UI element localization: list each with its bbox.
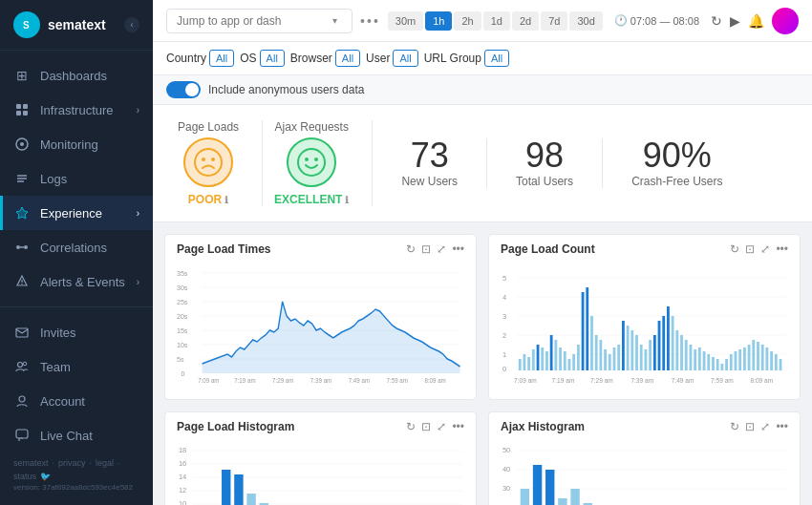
svg-point-28	[298, 149, 325, 176]
time-btn-2d[interactable]: 2d	[512, 11, 539, 31]
sidebar-item-alerts[interactable]: Alerts & Events ›	[0, 264, 153, 299]
filter-browser-all[interactable]: All	[335, 50, 360, 67]
time-btn-1d[interactable]: 1d	[483, 11, 510, 31]
footer-link-status[interactable]: status	[13, 472, 36, 481]
more-chart-1[interactable]: •••	[452, 242, 464, 256]
svg-rect-79	[582, 292, 585, 370]
sidebar-item-invites[interactable]: Invites	[0, 315, 153, 349]
fullscreen-chart-2[interactable]: ⤢	[760, 242, 770, 256]
svg-rect-101	[680, 335, 683, 370]
filter-user-all[interactable]: All	[393, 50, 417, 67]
sidebar-item-livechat[interactable]: Live Chat	[0, 418, 153, 452]
filter-country-all[interactable]: All	[209, 50, 234, 67]
sidebar-item-account[interactable]: Account	[0, 384, 153, 418]
search-dropdown-icon[interactable]: ▾	[328, 15, 342, 26]
search-input[interactable]	[177, 14, 328, 28]
svg-rect-103	[690, 345, 693, 370]
livechat-icon	[13, 427, 31, 444]
filter-country: Country All	[166, 50, 234, 67]
svg-rect-77	[572, 354, 575, 370]
poor-info-icon[interactable]: ℹ	[224, 195, 228, 205]
excellent-info-icon[interactable]: ℹ	[345, 195, 349, 205]
refresh-chart-3[interactable]: ↻	[406, 420, 416, 433]
chart-actions-3: ↻ ⊡ ⤢ •••	[406, 420, 464, 433]
fullscreen-chart-1[interactable]: ⤢	[437, 242, 446, 256]
filter-urlgroup-all[interactable]: All	[484, 50, 509, 67]
chart-actions-1: ↻ ⊡ ⤢ •••	[406, 242, 464, 256]
sidebar-item-team[interactable]: Team	[0, 349, 153, 384]
user-avatar[interactable]	[772, 8, 799, 34]
search-bar[interactable]: ▾	[166, 9, 353, 33]
svg-rect-92	[640, 345, 643, 370]
time-btn-30d[interactable]: 30d	[569, 11, 602, 31]
svg-point-29	[305, 158, 309, 161]
svg-rect-75	[564, 351, 566, 370]
fullscreen-chart-4[interactable]: ⤢	[760, 420, 770, 433]
svg-rect-74	[559, 347, 562, 370]
svg-rect-70	[541, 347, 544, 370]
more-chart-4[interactable]: •••	[776, 420, 788, 433]
expand-chart-2[interactable]: ⊡	[745, 242, 755, 256]
svg-rect-65	[519, 359, 522, 370]
anonymous-toggle[interactable]: Include anonymous users data	[166, 81, 364, 98]
svg-rect-100	[675, 330, 678, 370]
ajax-histogram-title: Ajax Histogram	[501, 420, 585, 433]
svg-rect-84	[604, 349, 607, 370]
chart-actions-4: ↻ ⊡ ⤢ •••	[730, 420, 788, 433]
sidebar-item-integrations[interactable]: Integrations ›	[0, 299, 153, 306]
fullscreen-chart-3[interactable]: ⤢	[437, 420, 446, 433]
svg-rect-147	[222, 470, 230, 505]
refresh-icon[interactable]: ↻	[711, 13, 722, 29]
svg-rect-89	[627, 326, 630, 370]
time-range-value: 07:08 — 08:08	[630, 15, 699, 27]
svg-text:30: 30	[502, 484, 510, 493]
expand-chart-4[interactable]: ⊡	[745, 420, 755, 433]
more-chart-2[interactable]: •••	[776, 242, 788, 256]
svg-rect-76	[568, 359, 571, 370]
ajax-requests-metric: Ajax Requests EXCELLENT ℹ	[263, 120, 373, 206]
togglebar: Include anonymous users data	[153, 75, 812, 105]
sidebar-collapse-btn[interactable]: ‹	[124, 17, 139, 32]
svg-rect-121	[770, 351, 773, 370]
time-btn-1h[interactable]: 1h	[425, 11, 452, 31]
footer-link-privacy[interactable]: privacy	[58, 458, 86, 468]
sidebar-item-correlations[interactable]: Correlations	[0, 230, 153, 264]
svg-text:7:29 am: 7:29 am	[590, 377, 613, 384]
time-btn-7d[interactable]: 7d	[541, 11, 567, 31]
svg-text:7:49 am: 7:49 am	[672, 377, 694, 384]
expand-chart-1[interactable]: ⊡	[421, 242, 431, 256]
svg-point-16	[21, 284, 22, 284]
sidebar-item-logs[interactable]: Logs	[0, 161, 153, 196]
notification-icon[interactable]: 🔔	[748, 13, 764, 29]
footer-link-sematext[interactable]: sematext	[13, 458, 49, 468]
svg-rect-99	[672, 316, 674, 370]
page-load-count-body: 5 4 3 2 1 0	[489, 263, 800, 399]
more-chart-3[interactable]: •••	[452, 420, 464, 433]
refresh-chart-1[interactable]: ↻	[406, 242, 416, 256]
charts-content: Page Load Times ↻ ⊡ ⤢ •••	[153, 222, 812, 505]
svg-text:3: 3	[502, 312, 506, 321]
page-loads-rating: POOR ℹ	[188, 193, 228, 206]
svg-text:5s: 5s	[177, 355, 184, 365]
svg-rect-178	[570, 489, 579, 505]
team-icon	[13, 358, 31, 375]
svg-rect-107	[707, 354, 710, 370]
sidebar-item-experience[interactable]: Experience ›	[0, 196, 153, 230]
refresh-chart-4[interactable]: ↻	[730, 420, 739, 433]
refresh-chart-2[interactable]: ↻	[730, 242, 739, 256]
more-menu[interactable]: •••	[360, 13, 380, 29]
play-icon[interactable]: ▶	[730, 13, 740, 29]
sidebar-item-dashboards[interactable]: ⊞ Dashboards	[0, 58, 153, 93]
svg-text:18: 18	[179, 446, 186, 454]
sidebar-item-infrastructure[interactable]: Infrastructure ›	[0, 93, 153, 127]
filter-os-all[interactable]: All	[260, 50, 285, 67]
time-btn-30m[interactable]: 30m	[388, 11, 423, 31]
svg-rect-120	[765, 347, 768, 370]
svg-rect-113	[735, 351, 737, 370]
sidebar-item-monitoring[interactable]: Monitoring	[0, 127, 153, 161]
page-load-count-card: Page Load Count ↻ ⊡ ⤢ ••• 5 4 3 2	[488, 234, 801, 400]
time-btn-2h[interactable]: 2h	[454, 11, 481, 31]
footer-link-legal[interactable]: legal	[96, 458, 114, 468]
expand-chart-3[interactable]: ⊡	[421, 420, 431, 433]
toggle-knob	[185, 83, 199, 96]
